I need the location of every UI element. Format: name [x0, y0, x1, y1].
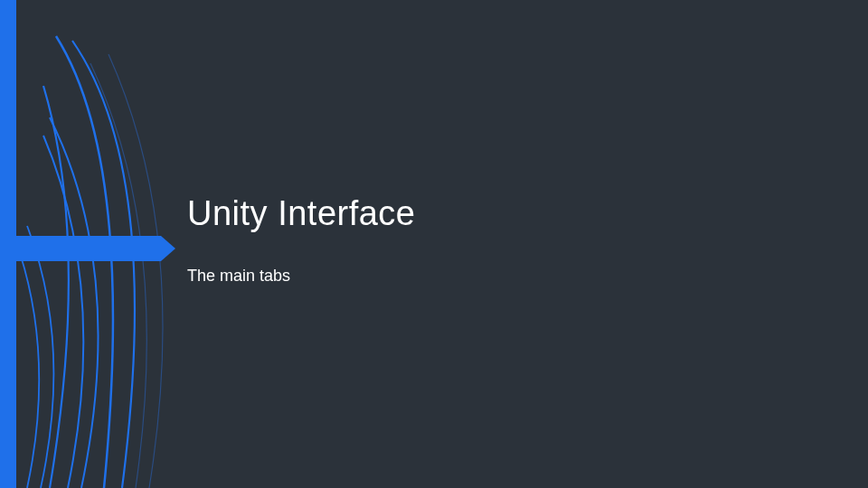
accent-sidebar	[0, 0, 16, 488]
title-arrow-accent	[16, 236, 175, 261]
slide-subtitle: The main tabs	[187, 267, 290, 286]
slide-title: Unity Interface	[187, 194, 416, 233]
